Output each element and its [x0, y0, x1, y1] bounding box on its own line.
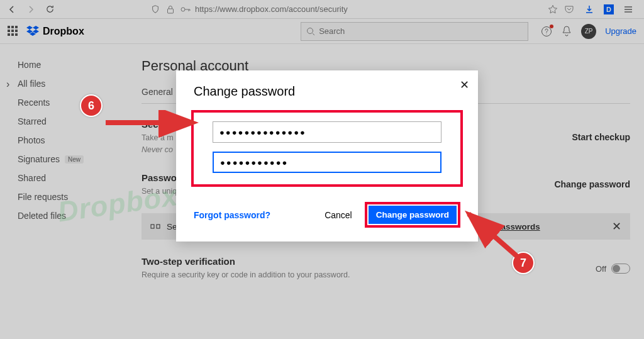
forgot-password-link[interactable]: Forgot password?: [194, 210, 270, 220]
submit-highlight-frame: Change password: [365, 202, 460, 228]
annotation-arrow-7: [459, 208, 528, 264]
svg-line-7: [469, 214, 519, 258]
inputs-highlight-frame: [191, 110, 463, 187]
annotation-6: 6: [80, 94, 103, 117]
change-password-modal: ✕ Change password Forgot password? Cance…: [176, 70, 478, 242]
modal-close-icon[interactable]: ✕: [460, 78, 469, 92]
cancel-button[interactable]: Cancel: [318, 206, 358, 224]
new-password-input[interactable]: [213, 152, 441, 173]
annotation-arrow-6: [106, 110, 199, 142]
current-password-input[interactable]: [213, 121, 441, 143]
change-password-button[interactable]: Change password: [369, 206, 457, 224]
modal-title: Change password: [194, 84, 460, 99]
